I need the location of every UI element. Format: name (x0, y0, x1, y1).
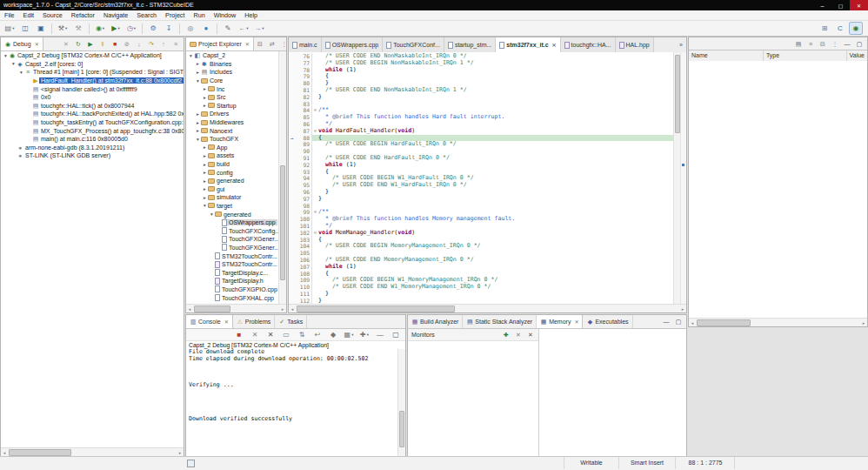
tree-item[interactable]: ▸config (186, 168, 279, 177)
menu-run[interactable]: Run (189, 10, 209, 21)
line-number[interactable]: 111 (295, 291, 312, 298)
menu-help[interactable]: Help (240, 10, 262, 21)
scroll-right-icon[interactable] (679, 306, 686, 312)
scrollbar-thumb[interactable] (399, 411, 404, 446)
code-line[interactable]: 110 /* USER CODE END W1_MemoryManagement… (289, 284, 674, 291)
stack-frame[interactable]: ▤0x0 (1, 93, 184, 102)
minimize-window-icon[interactable] (813, 0, 831, 10)
close-tab-icon[interactable]: ✕ (552, 42, 557, 48)
tab-memory[interactable]: ▦Memory✕ (537, 315, 583, 328)
code-line[interactable]: 107 while (1) (289, 264, 674, 271)
maximize-view-button[interactable]: ▢ (853, 38, 865, 50)
open-console-button[interactable]: ✚▾ (357, 328, 371, 341)
stack-frame[interactable]: ▤<signal handler called>() at 0xfffffff9 (1, 84, 184, 93)
column-header-name[interactable]: Name (689, 50, 764, 61)
tree-item[interactable]: TouchGFXConfig... (186, 226, 279, 235)
tab-stm32f7xx-it-c[interactable]: stm32f7xx_it.c✕ (496, 37, 560, 52)
scrollbar-thumb[interactable] (9, 449, 71, 456)
collapse-all-button[interactable]: ⊟ (817, 38, 829, 50)
console-vertical-scrollbar[interactable] (397, 349, 405, 456)
clear-console-button[interactable]: ▭ (279, 328, 293, 341)
expand-icon[interactable]: ▸ (202, 153, 208, 158)
tab-console[interactable]: ▥Console✕ (186, 315, 233, 328)
menu-refactor[interactable]: Refactor (67, 10, 99, 21)
forward-button[interactable]: →▾ (252, 22, 266, 35)
tree-item[interactable]: ▸Middlewares (186, 118, 279, 127)
tab-startup-stm[interactable]: startup_stm... (444, 37, 496, 52)
stack-frame[interactable]: ▤touchgfx::HAL::tick() at 0x8007944 (1, 102, 184, 111)
collapse-all-button[interactable]: ⊟ (254, 38, 266, 50)
tree-item[interactable]: ▸assets (186, 151, 279, 160)
scroll-right-icon[interactable] (177, 449, 184, 456)
line-number[interactable]: 80 (295, 80, 312, 87)
tab-debug[interactable]: ◉Debug✕ (1, 37, 43, 50)
expand-icon[interactable]: ▸ (195, 128, 201, 133)
device-configuration-button[interactable]: ⚙ (146, 22, 160, 35)
code-line[interactable]: 79 { (289, 73, 674, 80)
code-line[interactable]: 97} (289, 196, 674, 203)
debug-perspective-button[interactable]: ◉ (849, 22, 863, 35)
line-number[interactable]: 81 (295, 87, 312, 94)
tree-item[interactable]: ▸Drivers (186, 110, 279, 118)
scrollbar-thumb[interactable] (194, 306, 230, 312)
tab-overflow-icon[interactable] (676, 37, 686, 52)
fold-marker-icon[interactable]: ⊖ (312, 107, 318, 114)
line-number[interactable]: 102 (295, 230, 312, 237)
suspend-button[interactable]: ‖ (97, 38, 109, 50)
expand-icon[interactable]: ▸ (202, 186, 208, 191)
remove-all-terminated-button[interactable]: ✕ (60, 38, 72, 50)
code-line[interactable]: 95 /* USER CODE END W1_HardFault_IRQn 0 … (289, 182, 674, 189)
collapse-icon[interactable]: ▾ (18, 70, 24, 75)
collapse-icon[interactable]: ▾ (209, 212, 215, 217)
line-number[interactable]: 90 (295, 148, 312, 155)
save-all-button[interactable]: ▣ (34, 22, 48, 35)
expand-icon[interactable]: ▸ (202, 178, 208, 184)
tree-item[interactable]: STM32TouchContr... (186, 260, 279, 269)
maximize-window-icon[interactable] (831, 0, 850, 10)
collapse-icon[interactable]: ▾ (195, 137, 201, 142)
file-oswrappers[interactable]: OSWrappers.cpp (186, 218, 279, 227)
cpp-perspective-button[interactable]: C (833, 22, 847, 35)
expand-icon[interactable]: ▸ (202, 195, 208, 200)
expand-icon[interactable]: ▸ (202, 95, 208, 100)
expand-icon[interactable]: ▸ (202, 86, 208, 91)
tab-tasks[interactable]: ✓Tasks (275, 315, 307, 328)
line-number[interactable]: 92 (295, 162, 312, 169)
remove-all-launches-button[interactable]: ✕ (264, 328, 277, 341)
line-number[interactable]: 86 (295, 121, 312, 128)
tab-main-c[interactable]: main.c (289, 37, 322, 52)
line-number[interactable]: 79 (295, 73, 312, 80)
line-number[interactable]: 87 (295, 128, 312, 135)
menu-window[interactable]: Window (210, 10, 241, 21)
menu-navigate[interactable]: Navigate (99, 10, 132, 21)
view-menu-button[interactable]: ⋮ (829, 38, 841, 50)
code-line[interactable]: 82} (289, 94, 674, 101)
close-tab-icon[interactable]: ✕ (245, 41, 250, 47)
pin-console-button[interactable]: ◆ (326, 328, 340, 341)
status-icon[interactable] (187, 460, 195, 467)
line-number[interactable]: 95 (295, 182, 312, 189)
expand-icon[interactable]: ▸ (195, 61, 201, 66)
line-number[interactable]: 105 (295, 250, 312, 257)
link-with-editor-button[interactable]: ⇄ (266, 38, 278, 50)
tab-oswrappers-cpp[interactable]: OSWrappers.cpp (322, 37, 384, 52)
line-number[interactable]: 104 (295, 243, 312, 250)
search-button[interactable]: ◎ (184, 22, 197, 35)
expand-icon[interactable]: ▸ (195, 111, 201, 117)
tree-item[interactable]: ▸Src (186, 93, 279, 102)
tree-item[interactable]: TouchGFXGener... (186, 244, 279, 252)
project-root[interactable]: ▾◧Capst_2 (186, 51, 279, 60)
code-line[interactable]: 104 /* USER CODE BEGIN MemoryManagement_… (289, 243, 674, 250)
tree-item[interactable]: ▸generated (186, 177, 279, 185)
tree-item[interactable]: STM32TouchContr... (186, 252, 279, 260)
line-number[interactable]: 88 (295, 135, 312, 142)
tree-item[interactable]: ▾generated (186, 210, 279, 218)
line-number[interactable]: 99 (295, 209, 312, 216)
scrollbar-thumb[interactable] (297, 306, 455, 312)
menu-edit[interactable]: Edit (19, 10, 38, 21)
menu-search[interactable]: Search (132, 10, 161, 21)
fold-marker-icon[interactable]: ⊖ (312, 209, 318, 216)
expand-icon[interactable]: ▸ (202, 103, 208, 108)
line-number[interactable]: 96 (295, 189, 312, 196)
expand-icon[interactable]: ▸ (195, 70, 201, 75)
